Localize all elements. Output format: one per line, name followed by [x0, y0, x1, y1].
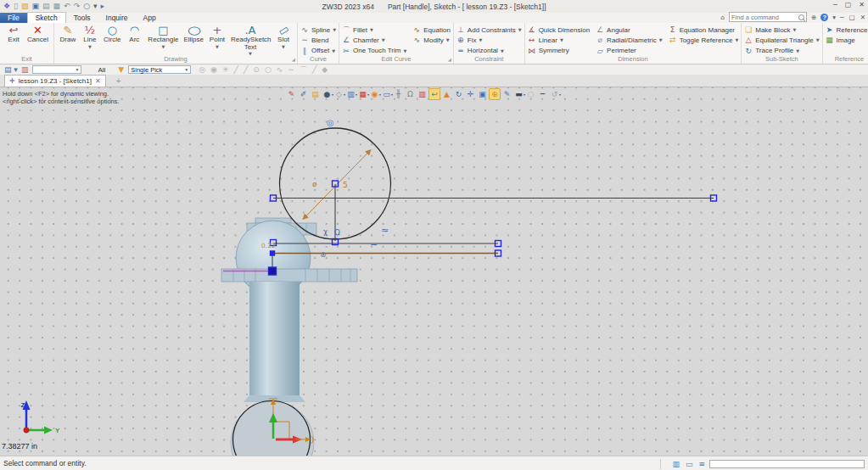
circle-style-icon[interactable]: ◉▾ — [369, 89, 380, 100]
layer-color-icon[interactable]: ▥ — [21, 64, 29, 75]
view-plane-icon[interactable]: ▥▾ — [345, 89, 356, 100]
save-icon[interactable]: ▣ — [32, 0, 40, 13]
diameter-dim-prefix[interactable]: ø — [312, 180, 317, 188]
layer-combo[interactable]: ▼ — [32, 65, 81, 74]
dialog-launcher-icon[interactable]: ◢ — [448, 57, 451, 62]
make-block-button[interactable]: ❏Make Block▼ — [744, 25, 819, 35]
screen-display-icon[interactable]: ▭▾ — [381, 89, 392, 100]
close-button[interactable]: ✕ — [859, 1, 865, 8]
spline-caret-icon[interactable]: ▼ — [333, 27, 336, 32]
linear-button[interactable]: ↔Linear▼ — [528, 35, 590, 45]
sketch-handle-filled[interactable] — [271, 251, 275, 255]
modify-caret-icon[interactable]: ▼ — [446, 37, 450, 42]
status-input[interactable] — [709, 460, 865, 468]
target-point-icon[interactable]: ⊕ — [489, 88, 501, 100]
equation-button[interactable]: ∿Equation — [412, 25, 451, 35]
style-pencil-icon[interactable]: ✐ — [298, 89, 309, 100]
display-mode-icon[interactable]: ▬▾ — [513, 89, 524, 100]
image-button[interactable]: ▦Image — [826, 35, 868, 45]
undo-view-icon[interactable]: ↩ — [428, 88, 440, 100]
point-button[interactable]: +Point▼ — [206, 24, 228, 49]
line-button[interactable]: ½Line▼ — [79, 24, 101, 49]
reference-button[interactable]: ➤Reference▼ — [826, 25, 868, 35]
menu-tab-sketch[interactable]: Sketch — [27, 12, 66, 23]
document-tab[interactable]: ✛ lesson 19.Z3 - [Sketch1] ✕ — [4, 75, 106, 87]
draw-button[interactable]: ✎Draw — [57, 24, 79, 44]
align-icon[interactable]: ╫ — [393, 89, 404, 100]
horizontal-caret-icon[interactable]: ▼ — [501, 48, 504, 53]
chamfer-caret-icon[interactable]: ▼ — [382, 37, 385, 42]
view-manager-icon[interactable]: ▤ ▾ — [4, 64, 18, 75]
line-caret-icon[interactable]: ▼ — [88, 45, 92, 49]
status-monitor-icon[interactable]: ▭ — [686, 460, 693, 468]
anchor-icon[interactable]: Ω — [405, 89, 416, 100]
filter-icon[interactable]: ▼ — [118, 64, 124, 75]
open-file-icon[interactable]: ▨ — [21, 0, 29, 13]
cancel-button[interactable]: ✕Cancel — [25, 24, 51, 44]
column-bars-icon[interactable]: ▥ — [417, 89, 428, 100]
offset-dim-value[interactable]: 0.22 — [261, 242, 276, 249]
offset-caret-icon[interactable]: ▼ — [332, 48, 335, 53]
one-touch-trim-caret-icon[interactable]: ▼ — [403, 48, 406, 53]
help-icon[interactable]: ? — [820, 14, 828, 21]
quick-dimension-button[interactable]: ∡Quick Dimension — [528, 25, 590, 35]
find-command-input[interactable]: Find a command — [729, 12, 807, 22]
pick-hand-icon[interactable]: ◆ — [322, 64, 328, 75]
rectangle-button[interactable]: □Rectangle▼ — [145, 24, 181, 49]
search-icon[interactable] — [798, 14, 804, 20]
ghost-circle-icon[interactable]: ◌ — [525, 89, 536, 100]
equilateral-triangle-caret-icon[interactable]: ▼ — [816, 37, 820, 42]
sketch-handle-selected[interactable] — [269, 267, 277, 275]
add-constraints-caret-icon[interactable]: ▼ — [518, 27, 522, 32]
pin-icon[interactable]: ⌂ — [720, 14, 725, 21]
doc-minimize-button[interactable]: ─ — [840, 14, 844, 21]
sketch-pencil-icon[interactable]: ✎ — [286, 89, 297, 100]
modify-button[interactable]: ∿Modify▼ — [412, 35, 451, 45]
pick-circ-icon[interactable]: ○ — [265, 64, 272, 75]
minimize-button[interactable]: ─ — [833, 1, 837, 8]
pick-center-icon[interactable]: ⊙ — [253, 64, 260, 75]
toggle-reference-caret-icon[interactable]: ▼ — [735, 37, 738, 42]
doc-restore-button[interactable]: ▢ — [849, 14, 855, 21]
spline-button[interactable]: ∿Spline▼ — [300, 25, 336, 35]
redo-icon[interactable]: ↷ — [74, 0, 81, 13]
regen-icon[interactable]: ○ — [83, 0, 90, 13]
hide-line-icon[interactable]: ─ — [537, 89, 548, 100]
zoom-window-icon[interactable]: ▣ — [477, 89, 488, 100]
pick-line1-icon[interactable]: ╱ — [233, 64, 238, 75]
pick-seg-icon[interactable]: ╱ — [312, 64, 316, 75]
add-constraints-button[interactable]: ⊥Add Constraints▼ — [456, 25, 522, 35]
dialog-launcher-icon[interactable]: ◢ — [292, 57, 295, 62]
equation-manager-button[interactable]: ΣEquation Manager — [669, 25, 739, 35]
ellipse-button[interactable]: ○Ellipse — [181, 24, 206, 44]
help-caret-icon[interactable]: ▾ — [832, 14, 836, 21]
menu-tab-app[interactable]: App — [136, 13, 164, 23]
pick-spline-icon[interactable]: ∿ — [277, 64, 283, 75]
trace-profile-caret-icon[interactable]: ▼ — [796, 48, 799, 53]
point-caret-icon[interactable]: ▼ — [216, 45, 219, 49]
fillet-caret-icon[interactable]: ▼ — [370, 27, 373, 32]
status-panel-icon[interactable]: ▥ — [672, 460, 680, 468]
open-folder-icon[interactable]: ▤ — [310, 89, 321, 100]
pick-last-icon[interactable]: ◎ — [199, 64, 205, 75]
circle-button[interactable]: ○Circle — [101, 24, 123, 44]
rectangle-caret-icon[interactable]: ▼ — [161, 45, 165, 49]
qa-caret-icon[interactable]: ▾ — [93, 0, 98, 13]
new-tab-button[interactable]: + — [116, 76, 121, 87]
arc-button[interactable]: ◠Arc — [123, 24, 145, 44]
pick-arc-icon[interactable]: ⌒ — [300, 64, 307, 75]
restore-button[interactable]: ▢ — [845, 1, 852, 8]
slot-caret-icon[interactable]: ▼ — [282, 45, 285, 49]
scene-icon[interactable]: ▲ — [441, 89, 452, 100]
filter-all-label[interactable]: All — [98, 66, 105, 74]
tab-close-icon[interactable]: ✕ — [95, 77, 101, 85]
menu-tab-tools[interactable]: Tools — [66, 13, 98, 23]
shaded-display-icon[interactable]: ●▾ — [322, 89, 333, 100]
diameter-dim-value[interactable]: 5 — [343, 181, 348, 189]
batch-print-icon[interactable]: ▦ — [53, 0, 61, 13]
grid-settings-icon[interactable]: ▦▾ — [357, 89, 368, 100]
doc-close-button[interactable]: ✕ — [860, 14, 865, 21]
readysketch-text-button[interactable]: .AReadySketch Text▼ — [228, 24, 272, 56]
new-file-icon[interactable]: ▯ — [14, 0, 18, 13]
wireframe-display-icon[interactable]: ◇▾ — [333, 89, 344, 100]
